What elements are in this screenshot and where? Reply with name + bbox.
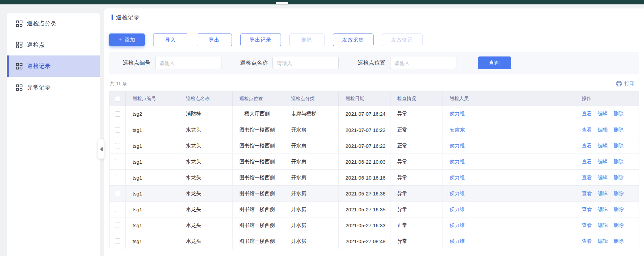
row-checkbox[interactable] [115, 223, 120, 228]
export-records-button[interactable]: 导出记录 [240, 33, 281, 46]
cell-actions: 查看编辑删除 [575, 186, 639, 201]
row-select-cell [110, 106, 126, 122]
view-link[interactable]: 查看 [582, 222, 592, 229]
edit-link[interactable]: 编辑 [598, 111, 608, 117]
view-link[interactable]: 查看 [582, 127, 592, 133]
view-link[interactable]: 查看 [582, 206, 592, 213]
view-link[interactable]: 查看 [582, 174, 592, 181]
inspector-link[interactable]: 安吉东 [450, 127, 465, 133]
inspector-link[interactable]: 侯力维 [450, 143, 465, 149]
column-header: 巡检人员 [443, 92, 575, 106]
inspector-link[interactable]: 侯力维 [450, 222, 465, 229]
search-button[interactable]: 查询 [478, 56, 511, 69]
cell-location: 图书馆一楼西侧 [233, 138, 284, 154]
print-label: 打印 [624, 80, 635, 87]
table-row: tsg1水龙头图书馆一楼西侧开水房2021-07-07 16:22正常侯力维查看… [110, 138, 639, 154]
row-checkbox[interactable] [115, 143, 120, 148]
row-checkbox[interactable] [115, 159, 120, 164]
view-link[interactable]: 查看 [582, 159, 592, 165]
inspector-link[interactable]: 侯力维 [450, 111, 465, 117]
column-header: 检查情况 [390, 92, 443, 106]
import-button[interactable]: 导入 [153, 33, 188, 46]
button-label: 导出记录 [250, 37, 271, 43]
cell-status: 正常 [390, 217, 443, 233]
point-code-filter-input[interactable] [155, 57, 221, 69]
view-link[interactable]: 查看 [582, 238, 592, 245]
delete-link[interactable]: 删除 [614, 238, 624, 245]
row-checkbox[interactable] [115, 191, 120, 196]
view-link[interactable]: 查看 [582, 143, 592, 149]
row-checkbox[interactable] [115, 175, 120, 180]
cell-category: 开水房 [284, 170, 339, 185]
add-button[interactable]: +添加 [109, 33, 145, 46]
delete-link[interactable]: 删除 [614, 111, 624, 117]
view-link[interactable]: 查看 [582, 190, 592, 197]
sidebar-item-point-category[interactable]: 巡检点分类 [7, 13, 100, 34]
point-location-filter-group: 巡检点位置 [358, 57, 456, 69]
row-checkbox[interactable] [115, 207, 120, 212]
view-link[interactable]: 查看 [582, 111, 592, 117]
cell-location: 图书馆一楼西侧 [233, 233, 284, 249]
export-button[interactable]: 导出 [197, 33, 232, 46]
point-name-filter-input[interactable] [272, 57, 339, 69]
delete-link[interactable]: 删除 [614, 190, 624, 197]
table-row: tsg1水龙头图书馆一楼西侧开水房2021-05-27 16:35异常侯力维查看… [110, 201, 639, 217]
cell-status: 异常 [390, 233, 443, 249]
inspector-link[interactable]: 侯力维 [450, 238, 465, 245]
edit-link[interactable]: 编辑 [598, 238, 608, 245]
inspector-link[interactable]: 侯力维 [450, 159, 465, 165]
category-grid-icon [16, 42, 23, 48]
sidebar-item-point[interactable]: 巡检点 [7, 34, 100, 55]
table-body: tsg2消防栓二楼大厅西侧走廊与楼梯2021-07-07 16:24异常侯力维查… [110, 106, 639, 249]
delete-link[interactable]: 删除 [614, 222, 624, 229]
table-row: tsg1水龙头图书馆一楼西侧开水房2021-06-22 10:03异常侯力维查看… [110, 154, 639, 169]
cell-actions: 查看编辑删除 [575, 217, 639, 233]
edit-link[interactable]: 编辑 [598, 190, 608, 197]
cell-actions: 查看编辑删除 [575, 106, 639, 122]
cell-actions: 查看编辑删除 [575, 122, 639, 138]
cell-category: 开水房 [284, 186, 339, 201]
cell-date: 2021-07-07 16:24 [339, 106, 390, 122]
cell-code: tsg1 [126, 122, 179, 138]
print-button[interactable]: 打印 [616, 80, 635, 87]
inspector-link[interactable]: 侯力维 [450, 174, 465, 181]
inspector-link[interactable]: 侯力维 [450, 206, 465, 213]
edit-link[interactable]: 编辑 [598, 174, 608, 181]
edit-link[interactable]: 编辑 [598, 143, 608, 149]
row-checkbox[interactable] [115, 111, 120, 117]
cell-name: 水龙头 [179, 122, 233, 138]
sidebar-collapse-handle[interactable] [98, 139, 104, 159]
cell-inspector: 侯力维 [443, 217, 575, 233]
sidebar-item-label: 巡检记录 [27, 62, 51, 70]
point-location-filter-input[interactable] [390, 57, 456, 69]
issue-revise-button: 发放修正 [382, 33, 423, 46]
table-row: tsg1水龙头图书馆一楼西侧开水房2021-05-27 16:33正常侯力维查看… [110, 217, 639, 233]
select-all-checkbox[interactable] [115, 96, 120, 101]
cell-location: 图书馆一楼西侧 [233, 202, 284, 217]
delete-link[interactable]: 删除 [614, 174, 624, 181]
delete-link[interactable]: 删除 [614, 206, 624, 213]
sidebar-item-inspection-records[interactable]: 巡检记录 [7, 55, 100, 77]
window-drag-handle[interactable] [276, 2, 288, 4]
delete-link[interactable]: 删除 [614, 143, 624, 149]
row-checkbox[interactable] [115, 238, 120, 244]
column-header: 操作 [575, 92, 639, 106]
cell-inspector: 侯力维 [443, 154, 575, 169]
delete-link[interactable]: 删除 [614, 159, 624, 165]
cell-location: 图书馆一楼西侧 [233, 186, 284, 201]
cell-date: 2021-05-27 08:48 [339, 233, 390, 249]
edit-link[interactable]: 编辑 [598, 127, 608, 133]
toolbar: +添加导入导出导出记录删除发放采集发放修正 [104, 26, 644, 46]
edit-link[interactable]: 编辑 [598, 222, 608, 229]
edit-link[interactable]: 编辑 [598, 159, 608, 165]
inspector-link[interactable]: 侯力维 [450, 190, 465, 197]
sidebar-item-abnormal-records[interactable]: 异常记录 [7, 77, 100, 98]
main-panel: 巡检记录 +添加导入导出导出记录删除发放采集发放修正 巡检点编号巡检点名称巡检点… [104, 8, 644, 256]
sidebar-item-label: 巡检点分类 [27, 20, 57, 27]
delete-link[interactable]: 删除 [614, 127, 624, 133]
row-checkbox[interactable] [115, 127, 120, 133]
issue-collect-button[interactable]: 发放采集 [333, 33, 374, 46]
edit-link[interactable]: 编辑 [598, 206, 608, 213]
cell-name: 水龙头 [179, 233, 233, 249]
page-title: 巡检记录 [116, 14, 140, 21]
